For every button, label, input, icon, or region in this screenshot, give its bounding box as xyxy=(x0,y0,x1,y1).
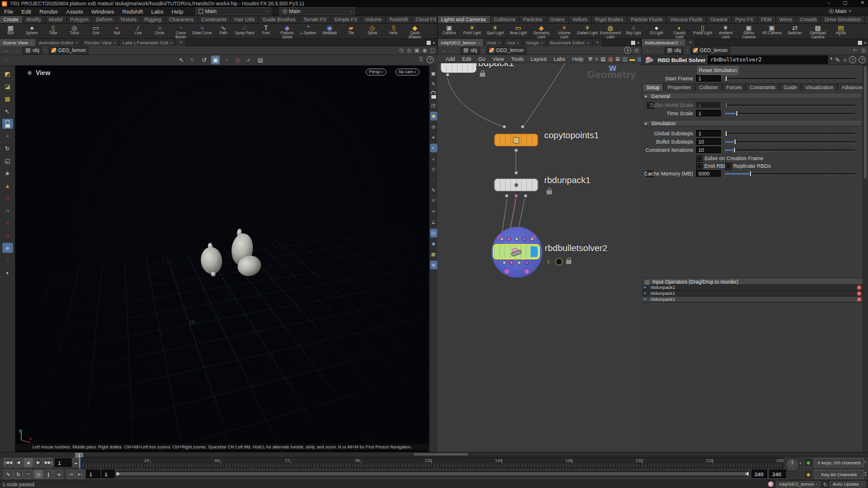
shelf-tab[interactable]: Crowds xyxy=(797,16,821,23)
shade-mode-icon[interactable]: ◪ xyxy=(2,82,13,92)
node-input-dot[interactable] xyxy=(521,125,525,129)
node-name-field[interactable]: rbdbulletsolver2 xyxy=(708,56,827,64)
shelf-tool-grid[interactable]: ▭ Grid xyxy=(85,24,106,38)
timeline-scrollbar[interactable] xyxy=(0,453,868,457)
menu-item[interactable]: Help xyxy=(167,8,187,15)
shelf-tool-sphere[interactable]: ● Sphere xyxy=(21,24,43,38)
cache-flag-icon[interactable]: ⇓ xyxy=(546,259,551,265)
high-quality-icon[interactable]: ◐ xyxy=(430,144,437,152)
bullet-substeps-field[interactable]: 10 xyxy=(696,138,721,145)
shelf-tool-platonic-solids[interactable]: ◆ Platonic Solids xyxy=(277,24,298,38)
close-tab-icon[interactable] xyxy=(170,40,173,45)
menu-item[interactable]: File xyxy=(0,8,17,15)
node-copytopoints[interactable] xyxy=(494,134,538,147)
shelf-tool-stereo-camera[interactable]: ▣ Stereo Camera xyxy=(737,24,760,38)
front-face-icon[interactable]: ◎ xyxy=(233,56,242,64)
playback-start-field[interactable]: 1 xyxy=(102,470,115,478)
shelf-tool-sky-light[interactable]: ○ Sky Light xyxy=(622,24,645,38)
shelf-tool-tube[interactable]: ▯ Tube xyxy=(43,24,64,38)
shelf-tool-ambient-light[interactable]: ☀ Ambient Light xyxy=(714,24,737,38)
play-forward-button[interactable]: ▶ xyxy=(34,458,43,467)
view-lock-icon[interactable] xyxy=(430,90,437,99)
drag-handle-icon[interactable]: + xyxy=(643,297,646,302)
pane-tab[interactable]: Animation Editor xyxy=(36,39,82,46)
handles-tool-icon[interactable]: ▲ xyxy=(2,181,13,191)
node-input-dot[interactable] xyxy=(502,125,506,129)
character-pick-icon[interactable]: ◉ xyxy=(422,47,427,53)
radial-menu-icon[interactable]: ◎ xyxy=(634,47,639,53)
node-output-dot[interactable] xyxy=(446,73,450,77)
shelf-tab[interactable]: Cloud FX xyxy=(412,16,437,23)
node-output-dot[interactable] xyxy=(514,148,518,152)
shelf-tab[interactable]: Pyro FX xyxy=(732,16,758,23)
start-frame-slider[interactable] xyxy=(724,74,856,82)
shelf-tool-camera[interactable]: ▣ Camera xyxy=(438,24,461,38)
close-tab-icon[interactable] xyxy=(516,40,519,45)
menu-item[interactable]: Labs xyxy=(147,8,168,15)
shelf-tool-lsystem[interactable]: * L-System xyxy=(298,24,319,38)
shelf-tool-tile[interactable]: ▰ Tile xyxy=(340,24,362,38)
shelf-tab[interactable]: Deform xyxy=(92,16,116,23)
path-node-chip[interactable]: GEO_lemon xyxy=(486,47,526,54)
net-sticky-note-icon[interactable]: ▬ xyxy=(629,56,635,62)
node-rbdunpack[interactable]: ∗ xyxy=(494,178,538,191)
net-grid-snap-icon[interactable]: ⊞ xyxy=(615,56,620,62)
remove-input-icon[interactable]: × xyxy=(857,285,862,290)
loop-playback-toggle[interactable]: ↻ xyxy=(14,470,23,479)
close-tab-icon[interactable] xyxy=(498,40,500,45)
remove-input-icon[interactable]: × xyxy=(857,291,862,296)
shelf-tab[interactable]: Rigid Bodies xyxy=(591,16,628,23)
render-region-icon[interactable]: ◳ xyxy=(430,101,437,110)
context-selector[interactable]: /obj/GEO_lemon÷ xyxy=(776,481,820,487)
net-thumbnail-icon[interactable]: ◫ xyxy=(622,56,628,62)
close-tab-icon[interactable] xyxy=(477,40,480,45)
shelf-tool-geometry-light[interactable]: ◆ Geometry Light xyxy=(530,24,553,38)
refresh-icon[interactable] xyxy=(823,482,828,487)
shelf-tool-path[interactable]: ∿ Path xyxy=(213,24,234,38)
pane-menu-icon[interactable] xyxy=(637,40,639,45)
shelf-tab[interactable]: Guide Brushes xyxy=(259,16,300,23)
gear-icon[interactable]: * xyxy=(830,57,833,63)
info-icon[interactable] xyxy=(849,56,856,63)
box-select-icon[interactable]: ▣ xyxy=(211,56,220,64)
input-operator-row[interactable]: + rbdunpack1 × xyxy=(642,285,863,291)
history-count-badge[interactable]: 1 xyxy=(624,47,631,54)
shelf-tool-box[interactable]: ▦ Box xyxy=(0,24,21,38)
node-input-dot[interactable] xyxy=(500,237,504,241)
replicate-rbds-checkbox[interactable] xyxy=(725,163,732,170)
view-options-icon[interactable]: ▣ xyxy=(430,69,437,78)
shelf-tool-spiral[interactable]: ◎ Spiral xyxy=(362,24,383,38)
playback-range-slider[interactable] xyxy=(116,471,749,477)
translate-tool-icon[interactable]: + xyxy=(2,131,13,141)
pane-tab[interactable]: Bookmark Editor xyxy=(547,39,593,46)
pane-tab[interactable]: rbdbulletsolver2 xyxy=(642,39,686,46)
auto-key-toggle[interactable]: ✎ xyxy=(4,470,13,479)
viewport-layout-icon[interactable]: ◩ xyxy=(2,69,13,79)
prev-key-button[interactable]: |◀ xyxy=(66,470,75,479)
shelf-tab[interactable]: + xyxy=(865,16,868,23)
menu-item[interactable]: Go xyxy=(475,56,489,62)
keys-summary-button[interactable]: 0 keys, 0/0 channels xyxy=(814,458,864,467)
shelf-tab[interactable]: Grains xyxy=(547,16,569,23)
wire-shade-icon[interactable]: ◇ xyxy=(430,165,437,174)
shelf-tab[interactable]: Particle Fluids xyxy=(628,16,667,23)
menu-item[interactable]: Redshift xyxy=(118,8,147,15)
network-canvas[interactable]: W Geometry rbdpack1 copytopoints1 ∗ rbdu xyxy=(437,63,641,452)
shelf-tool-portal-light[interactable]: ▯ Portal Light xyxy=(691,24,714,38)
desktop-selector[interactable]: Main ÷ xyxy=(196,7,271,15)
node-rbdbulletsolver[interactable] xyxy=(493,244,540,259)
node-output-dot[interactable] xyxy=(509,261,513,265)
node-output-dot[interactable] xyxy=(505,194,509,198)
key-all-icon[interactable]: ◆ xyxy=(804,470,813,479)
playback-end-field[interactable]: 240 xyxy=(752,470,767,478)
shelf-tool-gi-light[interactable]: ● GI Light xyxy=(645,24,668,38)
shelf-tool-volume-light[interactable]: ☀ Volume Light xyxy=(553,24,576,38)
expand-icon[interactable]: ▴ xyxy=(864,460,866,463)
menu-item[interactable]: Edit xyxy=(17,8,35,15)
forward-button[interactable] xyxy=(654,47,662,53)
shelf-tool-inputs[interactable]: ▤ Inputs xyxy=(830,24,853,38)
shelf-tab[interactable]: Vellum xyxy=(569,16,592,23)
snap-multi-icon[interactable]: ∩ xyxy=(2,230,13,240)
play-reverse-button[interactable]: ◀ xyxy=(14,458,23,467)
node-input-dot[interactable] xyxy=(514,171,518,175)
